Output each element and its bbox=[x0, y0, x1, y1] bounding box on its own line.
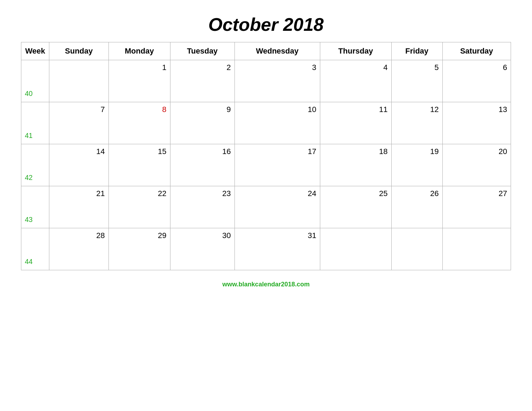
day-number: 28 bbox=[53, 231, 105, 240]
header-tuesday: Tuesday bbox=[170, 42, 234, 60]
day-number: 3 bbox=[238, 63, 316, 72]
day-cell-w42-sat: 20 bbox=[442, 144, 511, 186]
day-cell-w44-wed: 31 bbox=[234, 228, 320, 270]
calendar-title: October 2018 bbox=[208, 14, 324, 35]
day-number: 14 bbox=[53, 147, 105, 156]
day-number: 23 bbox=[174, 189, 231, 198]
day-cell-w43-sat: 27 bbox=[442, 186, 511, 228]
day-cell-w43-mon: 22 bbox=[108, 186, 170, 228]
footer-url: www.blankcalendar2018.com bbox=[222, 281, 309, 288]
week-number-42: 42 bbox=[21, 144, 49, 186]
header-friday: Friday bbox=[391, 42, 442, 60]
day-number: 11 bbox=[324, 105, 388, 114]
day-number: 6 bbox=[446, 63, 507, 72]
header-saturday: Saturday bbox=[442, 42, 511, 60]
day-cell-w44-sun: 28 bbox=[49, 228, 109, 270]
week-number-43: 43 bbox=[21, 186, 49, 228]
day-cell-w40-tue: 2 bbox=[170, 60, 234, 102]
day-number: 19 bbox=[395, 147, 439, 156]
day-cell-w43-wed: 24 bbox=[234, 186, 320, 228]
day-number: 26 bbox=[395, 189, 439, 198]
day-cell-w42-sun: 14 bbox=[49, 144, 109, 186]
day-cell-w40-mon: 1 bbox=[108, 60, 170, 102]
day-number: 15 bbox=[112, 147, 167, 156]
day-number: 5 bbox=[395, 63, 439, 72]
calendar-table: Week Sunday Monday Tuesday Wednesday Thu… bbox=[21, 42, 511, 270]
day-cell-w44-mon: 29 bbox=[108, 228, 170, 270]
day-cell-w42-fri: 19 bbox=[391, 144, 442, 186]
day-number: 22 bbox=[112, 189, 167, 198]
day-cell-w44-sat bbox=[442, 228, 511, 270]
day-cell-w40-thu: 4 bbox=[320, 60, 391, 102]
day-number: 10 bbox=[238, 105, 316, 114]
day-number: 2 bbox=[174, 63, 231, 72]
day-cell-w40-fri: 5 bbox=[391, 60, 442, 102]
day-cell-w41-sun: 7 bbox=[49, 102, 109, 144]
day-cell-w41-mon: 8 bbox=[108, 102, 170, 144]
day-number: 1 bbox=[112, 63, 167, 72]
day-cell-w41-sat: 13 bbox=[442, 102, 511, 144]
day-cell-w42-tue: 16 bbox=[170, 144, 234, 186]
day-cell-w41-thu: 11 bbox=[320, 102, 391, 144]
week-number-40: 40 bbox=[21, 60, 49, 102]
header-monday: Monday bbox=[108, 42, 170, 60]
day-cell-w40-sat: 6 bbox=[442, 60, 511, 102]
header-wednesday: Wednesday bbox=[234, 42, 320, 60]
day-cell-w41-fri: 12 bbox=[391, 102, 442, 144]
day-number: 9 bbox=[174, 105, 231, 114]
day-cell-w40-wed: 3 bbox=[234, 60, 320, 102]
day-number: 8 bbox=[112, 105, 167, 114]
day-number: 12 bbox=[395, 105, 439, 114]
day-cell-w40-sun bbox=[49, 60, 109, 102]
day-number: 13 bbox=[446, 105, 507, 114]
day-cell-w42-wed: 17 bbox=[234, 144, 320, 186]
day-cell-w41-wed: 10 bbox=[234, 102, 320, 144]
day-cell-w43-sun: 21 bbox=[49, 186, 109, 228]
day-number: 25 bbox=[324, 189, 388, 198]
day-number: 24 bbox=[238, 189, 316, 198]
header-thursday: Thursday bbox=[320, 42, 391, 60]
header-sunday: Sunday bbox=[49, 42, 109, 60]
day-number: 21 bbox=[53, 189, 105, 198]
day-number: 29 bbox=[112, 231, 167, 240]
day-cell-w43-fri: 26 bbox=[391, 186, 442, 228]
day-cell-w44-tue: 30 bbox=[170, 228, 234, 270]
day-number: 18 bbox=[324, 147, 388, 156]
header-week: Week bbox=[21, 42, 49, 60]
day-cell-w42-mon: 15 bbox=[108, 144, 170, 186]
day-number: 31 bbox=[238, 231, 316, 240]
day-number: 16 bbox=[174, 147, 231, 156]
day-number: 17 bbox=[238, 147, 316, 156]
day-number: 20 bbox=[446, 147, 507, 156]
week-number-41: 41 bbox=[21, 102, 49, 144]
day-number: 7 bbox=[53, 105, 105, 114]
day-cell-w41-tue: 9 bbox=[170, 102, 234, 144]
day-cell-w43-thu: 25 bbox=[320, 186, 391, 228]
day-number: 30 bbox=[174, 231, 231, 240]
day-cell-w44-thu bbox=[320, 228, 391, 270]
day-cell-w44-fri bbox=[391, 228, 442, 270]
day-number: 27 bbox=[446, 189, 507, 198]
day-number: 4 bbox=[324, 63, 388, 72]
day-cell-w42-thu: 18 bbox=[320, 144, 391, 186]
day-cell-w43-tue: 23 bbox=[170, 186, 234, 228]
week-number-44: 44 bbox=[21, 228, 49, 270]
